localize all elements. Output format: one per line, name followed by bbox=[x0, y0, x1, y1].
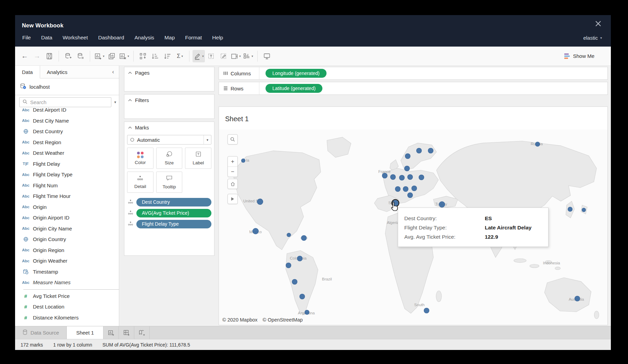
map-mark[interactable] bbox=[582, 208, 586, 212]
label-button[interactable]: Label bbox=[185, 148, 211, 169]
menu-item-data[interactable]: Data bbox=[36, 35, 58, 41]
menu-item-dashboard[interactable]: Dashboard bbox=[93, 35, 130, 41]
map-mark[interactable] bbox=[301, 235, 307, 241]
map-mark[interactable] bbox=[241, 159, 245, 163]
map-mark[interactable] bbox=[424, 308, 429, 313]
field-avg-ticket-price[interactable]: #Avg Ticket Price bbox=[15, 291, 119, 302]
menu-item-help[interactable]: Help bbox=[207, 35, 228, 41]
map-mark[interactable] bbox=[404, 166, 410, 171]
field-dest-airport-id[interactable]: AbcDest Airport ID bbox=[15, 104, 119, 115]
map-mark[interactable] bbox=[419, 175, 424, 180]
map-mark[interactable] bbox=[253, 228, 259, 234]
mark-type-dropdown[interactable]: Automatic ▾ bbox=[127, 135, 211, 145]
field-origin-weather[interactable]: AbcOrigin Weather bbox=[15, 255, 119, 266]
detail-button[interactable]: Detail bbox=[127, 172, 153, 193]
field-timestamp[interactable]: Timestamp bbox=[15, 266, 119, 277]
redo-icon[interactable]: → bbox=[31, 50, 43, 62]
map-mark[interactable] bbox=[286, 263, 291, 268]
tab-analytics[interactable]: Analytics bbox=[40, 66, 74, 78]
osm-attribution[interactable]: © OpenStreetMap bbox=[263, 317, 303, 323]
new-story-tab-icon[interactable] bbox=[134, 326, 150, 339]
map-mark[interactable] bbox=[399, 175, 405, 180]
field-origin[interactable]: AbcOrigin bbox=[15, 202, 119, 213]
field-origin-city-name[interactable]: AbcOrigin City Name bbox=[15, 223, 119, 234]
menu-item-file[interactable]: File bbox=[17, 35, 36, 41]
map-view[interactable]: laUnited SMexicoColombiaBrazilArgentinaF… bbox=[219, 129, 607, 325]
field-flight-delay[interactable]: T|FFlight Delay bbox=[15, 159, 119, 170]
map-pan-button[interactable] bbox=[227, 194, 238, 204]
close-icon[interactable] bbox=[594, 20, 602, 27]
show-me-button[interactable]: Show Me bbox=[564, 53, 594, 59]
mapbox-attribution[interactable]: © 2020 Mapbox bbox=[222, 317, 258, 323]
map-mark[interactable] bbox=[382, 173, 387, 178]
field-origin-airport-id[interactable]: AbcOrigin Airport ID bbox=[15, 212, 119, 223]
map-mark[interactable] bbox=[411, 186, 417, 191]
text-label-icon[interactable] bbox=[205, 50, 217, 62]
map-mark[interactable] bbox=[299, 294, 305, 299]
marks-pill-flight-delay-type[interactable]: Flight Delay Type bbox=[136, 220, 211, 228]
field-dest-city-name[interactable]: AbcDest City Name bbox=[15, 115, 119, 126]
map-mark[interactable] bbox=[390, 174, 396, 180]
clear-sheet-icon[interactable]: ▾ bbox=[118, 50, 130, 62]
map-mark[interactable] bbox=[407, 192, 413, 198]
undo-icon[interactable]: ← bbox=[19, 50, 31, 62]
columns-pill[interactable]: Longitude (generated) bbox=[266, 69, 327, 78]
sort-ascending-icon[interactable] bbox=[149, 50, 161, 62]
duplicate-sheet-icon[interactable] bbox=[106, 50, 118, 62]
map-mark[interactable] bbox=[405, 153, 410, 159]
menu-item-format[interactable]: Format bbox=[180, 35, 207, 41]
tab-data-source[interactable]: Data Source bbox=[15, 326, 66, 339]
map-mark[interactable] bbox=[407, 174, 413, 180]
tooltip-button[interactable]: Tooltip bbox=[156, 172, 183, 193]
presentation-icon[interactable] bbox=[261, 50, 273, 62]
color-button[interactable]: Color bbox=[127, 148, 153, 169]
marks-pill-avg-avg-ticket-price[interactable]: AVG(Avg Ticket Price) bbox=[136, 209, 211, 217]
map-mark[interactable] bbox=[305, 310, 309, 315]
data-source-connection[interactable]: localhost bbox=[15, 78, 119, 95]
field-flight-time-hour[interactable]: AbcFlight Time Hour bbox=[15, 191, 119, 202]
zoom-out-icon[interactable]: − bbox=[228, 167, 237, 177]
field-dest-location[interactable]: #Dest Location bbox=[15, 301, 119, 312]
map-mark[interactable] bbox=[403, 186, 408, 192]
map-mark[interactable] bbox=[575, 296, 580, 301]
zoom-in-icon[interactable]: + bbox=[228, 156, 237, 167]
map-home-button[interactable] bbox=[227, 179, 238, 189]
field-origin-region[interactable]: AbcOrigin Region bbox=[15, 245, 119, 256]
field-dest-region[interactable]: AbcDest Region bbox=[15, 137, 119, 148]
map-mark[interactable] bbox=[416, 148, 422, 153]
map-search-button[interactable] bbox=[227, 134, 238, 145]
new-datasource-icon[interactable] bbox=[62, 50, 74, 62]
fit-icon[interactable]: ▾ bbox=[230, 50, 242, 62]
rows-shelf[interactable]: Rows Latitude (generated) bbox=[219, 82, 608, 95]
size-button[interactable]: Size bbox=[156, 148, 183, 169]
map-mark[interactable] bbox=[297, 256, 303, 261]
map-mark[interactable] bbox=[535, 142, 540, 147]
field-distance-kilometers[interactable]: #Distance Kilometers bbox=[15, 312, 119, 323]
columns-shelf[interactable]: Columns Longitude (generated) bbox=[219, 67, 608, 80]
map-mark[interactable] bbox=[395, 186, 401, 192]
annotate-icon[interactable] bbox=[217, 50, 230, 62]
save-icon[interactable] bbox=[43, 50, 56, 62]
new-dashboard-tab-icon[interactable] bbox=[119, 326, 134, 339]
collapse-panel-icon[interactable]: ‹ bbox=[74, 66, 119, 78]
field-dest-country[interactable]: Dest Country bbox=[15, 126, 119, 137]
cells-icon[interactable]: ▾ bbox=[242, 50, 254, 62]
tab-sheet-1[interactable]: Sheet 1 bbox=[66, 326, 103, 339]
map-mark[interactable] bbox=[568, 207, 572, 212]
sort-descending-icon[interactable] bbox=[161, 50, 174, 62]
marks-card-header[interactable]: Marks bbox=[124, 122, 214, 133]
map-mark[interactable] bbox=[287, 233, 291, 237]
map-mark[interactable] bbox=[439, 201, 445, 208]
user-menu[interactable]: elastic ▾ bbox=[583, 35, 611, 41]
field-flight-num[interactable]: AbcFlight Num bbox=[15, 180, 119, 191]
field-origin-country[interactable]: Origin Country bbox=[15, 234, 119, 245]
tab-data[interactable]: Data bbox=[15, 66, 40, 78]
map-mark[interactable] bbox=[428, 148, 433, 153]
menu-item-map[interactable]: Map bbox=[159, 35, 180, 41]
map-mark[interactable] bbox=[292, 279, 297, 285]
map-mark[interactable] bbox=[257, 199, 263, 205]
totals-icon[interactable]: Σ▾ bbox=[174, 50, 186, 62]
rows-pill[interactable]: Latitude (generated) bbox=[266, 84, 322, 93]
filters-card-header[interactable]: Filters bbox=[124, 95, 214, 105]
field-menu-icon[interactable]: ▾ bbox=[114, 100, 116, 104]
